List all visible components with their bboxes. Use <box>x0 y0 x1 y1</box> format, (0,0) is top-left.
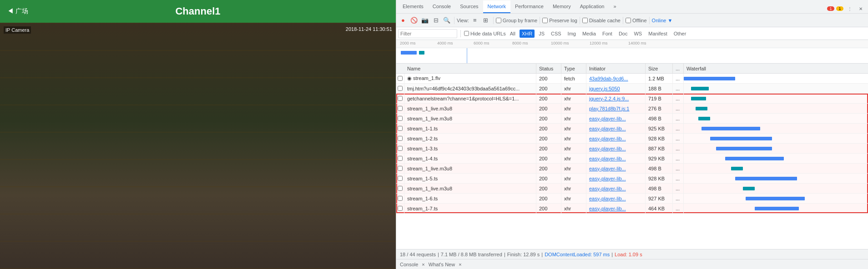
filter-manifest[interactable]: Manifest <box>646 30 670 38</box>
filter-all[interactable]: All <box>508 30 518 38</box>
row-initiator[interactable]: easy-player-lib... <box>586 114 646 123</box>
table-row[interactable]: tmj.htm?u=46df9c4c243403c93bdaa5a561a69c… <box>396 84 868 94</box>
tab-more[interactable]: » <box>609 0 621 13</box>
tab-memory[interactable]: Memory <box>548 0 575 13</box>
table-row[interactable]: stream_1_live.m3u8200xhrplay.781d8b7f.js… <box>396 104 868 114</box>
th-name[interactable]: Name <box>404 64 536 73</box>
row-more[interactable]: ... <box>673 134 684 143</box>
table-row[interactable]: stream_1_live.m3u8200xhreasy-player-lib.… <box>396 184 868 194</box>
row-checkbox[interactable] <box>398 166 403 171</box>
customize-button[interactable]: ⋮ <box>845 4 854 13</box>
row-name[interactable]: stream_1-7.ts <box>404 204 536 213</box>
hide-data-urls-checkbox[interactable] <box>464 31 469 36</box>
filter-other[interactable]: Other <box>671 30 689 38</box>
row-more[interactable]: ... <box>673 174 684 183</box>
row-more[interactable]: ... <box>673 204 684 213</box>
filter-js[interactable]: JS <box>536 30 547 38</box>
filter-img[interactable]: Img <box>565 30 578 38</box>
row-checkbox[interactable] <box>398 146 403 151</box>
group-by-frame-checkbox[interactable] <box>496 18 501 23</box>
row-checkbox[interactable] <box>398 186 403 191</box>
filter-xhr[interactable]: XHR <box>520 30 535 38</box>
row-initiator[interactable]: easy-player-lib... <box>586 194 646 203</box>
whats-new-close[interactable]: × <box>459 262 461 267</box>
row-checkbox[interactable] <box>398 176 403 181</box>
clear-button[interactable]: 🚫 <box>409 15 419 25</box>
row-checkbox[interactable] <box>398 116 403 121</box>
row-initiator[interactable]: easy-player-lib... <box>586 174 646 183</box>
table-row[interactable]: stream_1-2.ts200xhreasy-player-lib...928… <box>396 134 868 144</box>
row-checkbox[interactable] <box>398 156 403 161</box>
table-row[interactable]: stream_1-6.ts200xhreasy-player-lib...927… <box>396 194 868 204</box>
camera-button[interactable]: 📷 <box>420 15 430 25</box>
row-name[interactable]: tmj.htm?u=46df9c4c243403c93bdaa5a561a69c… <box>404 84 536 93</box>
row-name[interactable]: ◉ stream_1.flv <box>404 74 536 83</box>
row-name[interactable]: stream_1_live.m3u8 <box>404 104 536 113</box>
row-initiator[interactable]: easy-player-lib... <box>586 204 646 213</box>
filter-ws[interactable]: WS <box>631 30 644 38</box>
search-button[interactable]: 🔍 <box>442 15 452 25</box>
row-initiator[interactable]: easy-player-lib... <box>586 164 646 173</box>
whats-new-label[interactable]: What's New <box>429 262 455 267</box>
record-button[interactable]: ● <box>398 15 408 25</box>
online-label[interactable]: Online ▼ <box>652 18 673 23</box>
th-type[interactable]: Type <box>561 64 586 73</box>
row-more[interactable]: ... <box>673 184 684 193</box>
row-checkbox[interactable] <box>398 106 403 111</box>
disable-cache-checkbox[interactable] <box>582 18 588 23</box>
row-name[interactable]: stream_1_live.m3u8 <box>404 114 536 123</box>
filter-font[interactable]: Font <box>600 30 615 38</box>
row-checkbox[interactable] <box>398 206 403 211</box>
row-more[interactable]: ... <box>673 164 684 173</box>
table-row[interactable]: ◉ stream_1.flv200fetch43a99dab-9cd6...1.… <box>396 74 868 84</box>
filter-css[interactable]: CSS <box>549 30 564 38</box>
row-checkbox[interactable] <box>398 136 403 141</box>
row-initiator[interactable]: easy-player-lib... <box>586 154 646 163</box>
offline-checkbox[interactable] <box>626 18 631 23</box>
row-name[interactable]: stream_1-4.ts <box>404 154 536 163</box>
row-more[interactable]: ... <box>673 154 684 163</box>
back-button[interactable]: ◀ 广场 <box>7 7 28 15</box>
tab-network[interactable]: Network <box>483 0 510 13</box>
row-name[interactable]: stream_1-2.ts <box>404 134 536 143</box>
table-row[interactable]: stream_1-5.ts200xhreasy-player-lib...928… <box>396 174 868 184</box>
row-initiator[interactable]: jquery-2.2.4.js:9... <box>586 94 646 103</box>
th-dots[interactable]: ... <box>673 64 684 73</box>
row-more[interactable]: ... <box>673 84 684 93</box>
row-more[interactable]: ... <box>673 74 684 83</box>
filter-input[interactable] <box>398 29 457 38</box>
th-initiator[interactable]: Initiator <box>586 64 646 73</box>
table-row[interactable]: stream_1-3.ts200xhreasy-player-lib...887… <box>396 144 868 154</box>
row-name[interactable]: stream_1-6.ts <box>404 194 536 203</box>
tab-console[interactable]: Console <box>428 0 455 13</box>
row-initiator[interactable]: jquery.js:5050 <box>586 84 646 93</box>
th-status[interactable]: Status <box>536 64 561 73</box>
row-initiator[interactable]: easy-player-lib... <box>586 184 646 193</box>
tab-sources[interactable]: Sources <box>455 0 483 13</box>
table-row[interactable]: getchannelstream?channe=1&protocol=HLS&=… <box>396 94 868 104</box>
row-name[interactable]: stream_1-3.ts <box>404 144 536 153</box>
row-more[interactable]: ... <box>673 104 684 113</box>
row-checkbox[interactable] <box>398 196 403 201</box>
row-more[interactable]: ... <box>673 194 684 203</box>
row-more[interactable]: ... <box>673 124 684 133</box>
row-initiator[interactable]: play.781d8b7f.js:1 <box>586 104 646 113</box>
list-view-button[interactable]: ≡ <box>470 15 480 25</box>
table-row[interactable]: stream_1_live.m3u8200xhreasy-player-lib.… <box>396 164 868 174</box>
row-initiator[interactable]: easy-player-lib... <box>586 124 646 133</box>
filter-doc[interactable]: Doc <box>616 30 630 38</box>
row-more[interactable]: ... <box>673 144 684 153</box>
row-more[interactable]: ... <box>673 94 684 103</box>
row-initiator[interactable]: easy-player-lib... <box>586 144 646 153</box>
tab-application[interactable]: Application <box>575 0 609 13</box>
row-checkbox[interactable] <box>398 126 403 131</box>
table-row[interactable]: stream_1_live.m3u8200xhreasy-player-lib.… <box>396 114 868 124</box>
th-waterfall[interactable]: Waterfall <box>684 64 868 73</box>
row-name[interactable]: stream_1_live.m3u8 <box>404 184 536 193</box>
table-row[interactable]: stream_1-7.ts200xhreasy-player-lib...464… <box>396 204 868 214</box>
filter-button[interactable]: ⊟ <box>431 15 441 25</box>
preserve-log-checkbox[interactable] <box>542 18 548 23</box>
table-row[interactable]: stream_1-4.ts200xhreasy-player-lib...929… <box>396 154 868 164</box>
row-checkbox[interactable] <box>398 76 403 81</box>
console-label[interactable]: Console <box>400 262 418 267</box>
